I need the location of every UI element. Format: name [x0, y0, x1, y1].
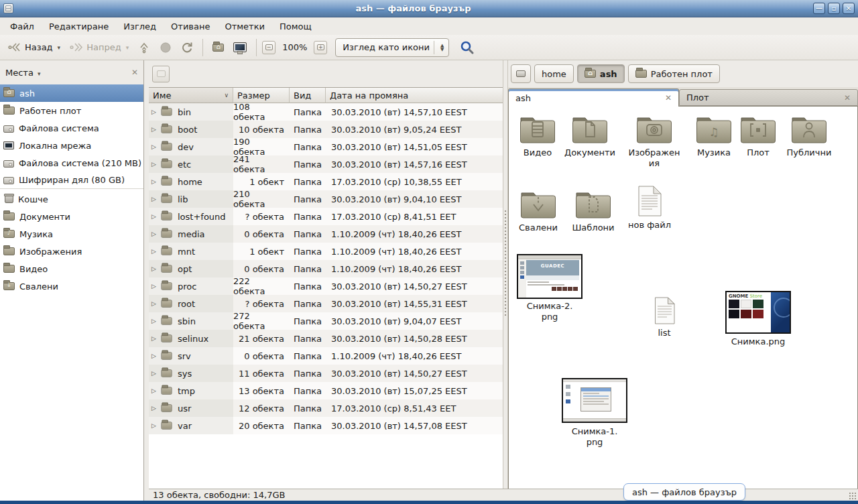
file-item-new-file[interactable]: нов файл [621, 186, 678, 231]
expander-icon[interactable]: ▷ [151, 370, 161, 377]
table-row[interactable]: ▷ boot 10 обекта Папка 30.03.2010 (вт) 9… [149, 121, 503, 138]
expander-icon[interactable]: ▷ [151, 143, 161, 150]
sidebar-item[interactable]: Музика [0, 225, 143, 243]
tree-root-button[interactable] [152, 66, 170, 82]
expander-icon[interactable]: ▷ [151, 231, 161, 237]
column-header-type[interactable]: Вид [290, 88, 326, 103]
maximize-button[interactable]: ▫ [828, 3, 840, 14]
expander-icon[interactable]: ▷ [151, 196, 161, 202]
table-row[interactable]: ▷ dev 190 обекта Папка 30.03.2010 (вт) 1… [149, 138, 503, 155]
column-header-name[interactable]: Име∨ [149, 88, 233, 103]
expander-icon[interactable]: ▷ [151, 422, 161, 429]
table-row[interactable]: ▷ var 20 обекта Папка 30.03.2010 (вт) 14… [149, 417, 503, 434]
table-row[interactable]: ▷ root ? обекта Папка 30.03.2010 (вт) 14… [149, 295, 503, 312]
menu-item[interactable]: Файл [3, 19, 42, 34]
expander-icon[interactable]: ▷ [151, 353, 161, 359]
sidebar-item[interactable]: Шифриран дял (80 GB) [0, 172, 143, 189]
resize-grip-icon[interactable] [849, 492, 857, 500]
table-row[interactable]: ▷ srv 0 обекта Папка 1.10.2009 (чт) 18,4… [149, 347, 503, 365]
folder-item-desktop[interactable]: Плот [737, 113, 780, 158]
titlebar[interactable]: ash — файлов браузър — ▫ ✕ [0, 0, 858, 17]
table-row[interactable]: ▷ usr 12 обекта Папка 17.03.2010 (ср) 8,… [149, 399, 503, 417]
taskbar-tooltip[interactable]: ash — файлов браузър [623, 483, 745, 501]
table-row[interactable]: ▷ lib 210 обекта Папка 30.03.2010 (вт) 9… [149, 190, 503, 208]
forward-dropdown-icon[interactable]: ▾ [126, 44, 129, 51]
menu-item[interactable]: Редактиране [42, 19, 116, 34]
stop-button[interactable] [156, 39, 176, 56]
expander-icon[interactable]: ▷ [151, 213, 161, 220]
home-button[interactable] [208, 41, 228, 54]
up-button[interactable] [134, 39, 154, 56]
table-row[interactable]: ▷ tmp 13 обекта Папка 30.03.2010 (вт) 15… [149, 382, 503, 399]
expander-icon[interactable]: ▷ [151, 265, 161, 272]
sidebar-item[interactable]: Работен плот [0, 102, 143, 119]
snimka-1-thumbnail[interactable] [562, 378, 627, 423]
expander-icon[interactable]: ▷ [151, 248, 161, 255]
pane-splitter[interactable] [503, 60, 508, 489]
back-dropdown-icon[interactable]: ▾ [58, 44, 61, 51]
tab-plot[interactable]: Плот ✕ [679, 89, 858, 106]
menu-item[interactable]: Отиване [164, 19, 217, 34]
folder-item-video[interactable]: Видео [514, 113, 561, 158]
icon-view[interactable]: Видео Документи Изображения ♫ Музика Пло… [508, 106, 858, 489]
snimka-2-thumbnail[interactable]: GUADEC [517, 254, 583, 299]
expander-icon[interactable]: ▷ [151, 126, 161, 133]
table-row[interactable]: ▷ home 1 обект Папка 17.03.2010 (ср) 10,… [149, 173, 503, 190]
folder-item-images[interactable]: Изображения [624, 113, 684, 170]
breadcrumb-home-button[interactable]: home [534, 64, 574, 83]
table-row[interactable]: ▷ bin 108 обекта Папка 30.03.2010 (вт) 1… [149, 103, 503, 121]
expander-icon[interactable]: ▷ [151, 300, 161, 307]
menu-item[interactable]: Помощ [272, 19, 319, 34]
item-label[interactable]: Снимка.png [725, 336, 791, 347]
snimka-thumbnail[interactable]: GNOME Store [725, 291, 791, 334]
folder-item-documents[interactable]: Документи [561, 113, 619, 158]
close-button[interactable]: ✕ [843, 3, 855, 14]
breadcrumb-desktop-button[interactable]: Работен плот [628, 64, 720, 83]
file-item-list[interactable]: list [641, 297, 687, 338]
table-row[interactable]: ▷ media 0 обекта Папка 1.10.2009 (чт) 18… [149, 225, 503, 243]
tab-ash[interactable]: ash ✕ [508, 88, 679, 107]
table-row[interactable]: ▷ sbin 272 обекта Папка 30.03.2010 (вт) … [149, 312, 503, 330]
sidebar-title-select[interactable]: Места ▾ [5, 68, 131, 78]
menu-item[interactable]: Изглед [116, 19, 164, 34]
expander-icon[interactable]: ▷ [151, 161, 161, 168]
folder-item-music[interactable]: ♫ Музика [688, 113, 739, 158]
column-header-date[interactable]: Дата на промяна [326, 88, 503, 103]
sidebar-item[interactable]: Документи [0, 208, 143, 225]
breadcrumb-ash-button[interactable]: ash [577, 64, 625, 83]
back-button[interactable]: Назад ▾ [4, 40, 64, 55]
minimize-button[interactable]: — [813, 3, 825, 14]
item-label[interactable]: Снимка-2.png [525, 301, 574, 323]
menu-item[interactable]: Отметки [217, 19, 271, 34]
table-row[interactable]: ▷ opt 0 обекта Папка 1.10.2009 (чт) 18,4… [149, 260, 503, 277]
zoom-out-button[interactable]: − [262, 41, 275, 54]
table-row[interactable]: ▷ lost+found ? обекта Папка 17.03.2010 (… [149, 208, 503, 225]
tab-close-icon[interactable]: ✕ [665, 93, 672, 103]
pane-splitter[interactable] [144, 60, 149, 489]
table-row[interactable]: ▷ sys 11 обекта Папка 30.03.2010 (вт) 14… [149, 365, 503, 382]
sidebar-item[interactable]: Файлова система (210 MB) [0, 154, 143, 172]
sidebar-item[interactable]: Локална мрежа [0, 137, 143, 154]
tab-close-icon[interactable]: ✕ [844, 93, 851, 103]
item-label[interactable]: Снимка-1.png [570, 426, 619, 448]
table-row[interactable]: ▷ proc 222 обекта Папка 30.03.2010 (вт) … [149, 277, 503, 295]
forward-button[interactable]: Напред ▾ [66, 40, 133, 55]
table-row[interactable]: ▷ mnt 1 обект Папка 1.10.2009 (чт) 18,40… [149, 243, 503, 260]
expander-icon[interactable]: ▷ [151, 109, 161, 115]
expander-icon[interactable]: ▷ [151, 178, 161, 185]
folder-item-templates[interactable]: Шаблони [568, 188, 619, 233]
expander-icon[interactable]: ▷ [151, 283, 161, 290]
expander-icon[interactable]: ▷ [151, 318, 161, 324]
sidebar-item[interactable]: ash [0, 84, 143, 102]
view-mode-select[interactable]: Изглед като икони ▲▼ [335, 38, 449, 57]
table-row[interactable]: ▷ selinux 21 обекта Папка 30.03.2010 (вт… [149, 330, 503, 347]
breadcrumb-root-button[interactable] [511, 64, 531, 83]
expander-icon[interactable]: ▷ [151, 335, 161, 342]
expander-icon[interactable]: ▷ [151, 405, 161, 412]
sidebar-item[interactable]: Свалени [0, 277, 143, 295]
sidebar-close-icon[interactable]: ✕ [131, 68, 138, 77]
computer-button[interactable] [229, 40, 251, 55]
expander-icon[interactable]: ▷ [151, 387, 161, 394]
sidebar-item[interactable]: Кошче [0, 190, 143, 208]
sidebar-item[interactable]: Видео [0, 260, 143, 277]
